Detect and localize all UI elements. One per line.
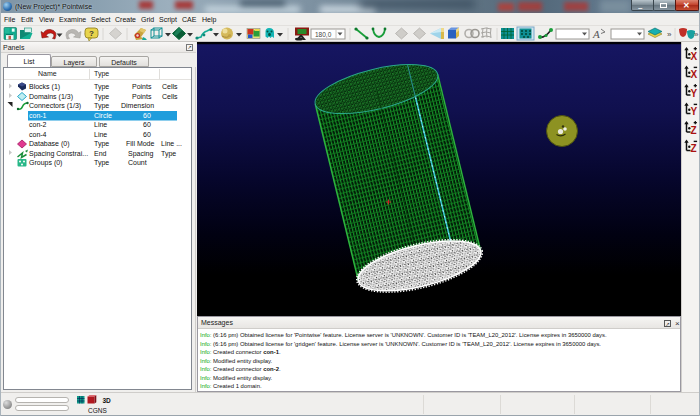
svg-text:»: » xyxy=(667,30,672,39)
svg-text:180,0: 180,0 xyxy=(315,31,332,38)
svg-text:Y: Y xyxy=(691,106,698,117)
svg-text:X: X xyxy=(691,69,698,80)
svg-text:X: X xyxy=(691,51,698,62)
svg-text:A: A xyxy=(592,28,600,40)
svg-text:3D: 3D xyxy=(103,397,112,404)
svg-text:»: » xyxy=(694,30,699,39)
svg-text:?: ? xyxy=(89,29,94,38)
svg-text:Z: Z xyxy=(691,143,697,154)
svg-text:Z: Z xyxy=(691,125,697,136)
svg-text:Y: Y xyxy=(691,88,698,99)
